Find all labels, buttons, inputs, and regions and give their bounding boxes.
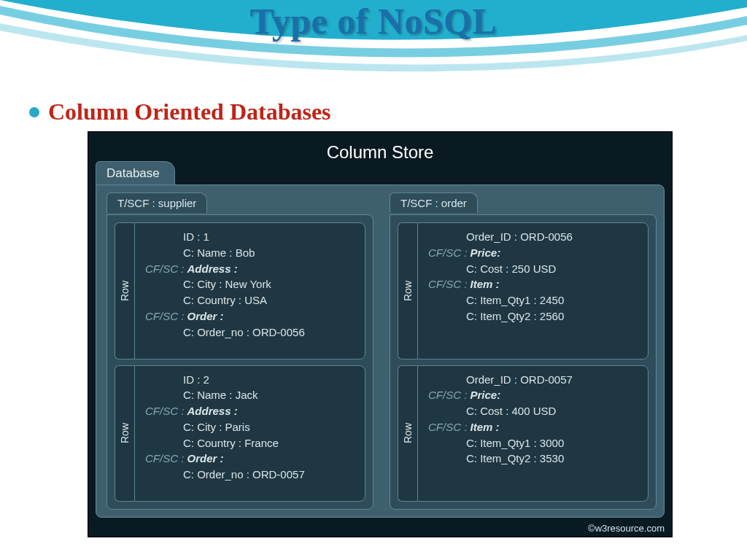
column-order: T/SCF : order Row Order_ID : ORD-0056CF/… (387, 192, 657, 510)
bullet-icon (29, 107, 39, 117)
database-body: T/SCF : supplier Row ID : 1C: Name : Bob… (96, 184, 665, 518)
row-tab: Row (115, 365, 134, 502)
row-body: Order_ID : ORD-0056CF/SC : Price:C: Cost… (417, 222, 649, 359)
bullet-text: Column Oriented Databases (48, 98, 331, 125)
row-tab: Row (115, 222, 134, 359)
bullet-row: Column Oriented Databases (29, 98, 331, 125)
row-tab: Row (398, 365, 417, 502)
column-store-diagram: Column Store Database T/SCF : supplier R… (88, 131, 673, 537)
row-box: Row ID : 2C: Name : JackCF/SC : Address … (115, 365, 365, 502)
scf-body-supplier: Row ID : 1C: Name : BobCF/SC : Address :… (107, 214, 374, 510)
row-box: Row ID : 1C: Name : BobCF/SC : Address :… (115, 222, 365, 359)
column-supplier: T/SCF : supplier Row ID : 1C: Name : Bob… (104, 192, 374, 510)
scf-tab-supplier: T/SCF : supplier (107, 192, 207, 213)
scf-body-order: Row Order_ID : ORD-0056CF/SC : Price:C: … (390, 214, 657, 510)
row-body: ID : 2C: Name : JackCF/SC : Address :C: … (134, 365, 365, 502)
database-tab: Database (96, 161, 175, 185)
row-body: ID : 1C: Name : BobCF/SC : Address :C: C… (134, 222, 365, 359)
row-body: Order_ID : ORD-0057CF/SC : Price:C: Cost… (417, 365, 649, 502)
scf-tab-order: T/SCF : order (390, 192, 478, 213)
page-title: Type of NoSQL (0, 0, 747, 42)
diagram-heading: Column Store (88, 142, 672, 163)
credit-text: ©w3resource.com (588, 523, 665, 534)
row-box: Row Order_ID : ORD-0057CF/SC : Price:C: … (398, 365, 649, 502)
row-tab: Row (398, 222, 417, 359)
row-box: Row Order_ID : ORD-0056CF/SC : Price:C: … (398, 222, 649, 359)
